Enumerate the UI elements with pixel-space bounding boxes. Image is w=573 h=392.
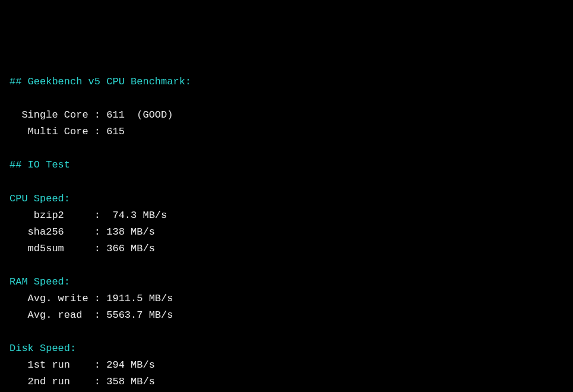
- disk-run1-label: 1st run :: [10, 359, 100, 371]
- single-core-label: Single Core :: [10, 109, 100, 121]
- disk-run2-label: 2nd run :: [10, 376, 100, 387]
- ram-read-label: Avg. read :: [10, 309, 100, 321]
- md5sum-value: 366 MB/s: [100, 243, 155, 254]
- multi-core-value: 615: [100, 126, 125, 137]
- sha256-value: 138 MB/s: [100, 226, 155, 238]
- ram-read-value: 5563.7 MB/s: [100, 309, 173, 321]
- multi-core-label: Multi Core :: [10, 126, 100, 137]
- sha256-label: sha256 :: [10, 226, 100, 238]
- ram-write-value: 1911.5 MB/s: [100, 293, 173, 304]
- cpu-speed-title: CPU Speed:: [10, 193, 70, 204]
- ram-speed-title: RAM Speed:: [10, 276, 70, 287]
- bzip2-label: bzip2 :: [10, 210, 100, 221]
- io-test-header: ## IO Test: [10, 159, 70, 170]
- single-core-value: 611 (GOOD): [100, 109, 173, 121]
- disk-speed-title: Disk Speed:: [10, 343, 76, 354]
- ram-write-label: Avg. write :: [10, 293, 100, 304]
- disk-run2-value: 358 MB/s: [100, 376, 155, 387]
- bzip2-value: 74.3 MB/s: [100, 210, 167, 221]
- disk-run1-value: 294 MB/s: [100, 359, 155, 371]
- md5sum-label: md5sum :: [10, 243, 100, 254]
- geekbench-header: ## Geekbench v5 CPU Benchmark:: [10, 76, 191, 87]
